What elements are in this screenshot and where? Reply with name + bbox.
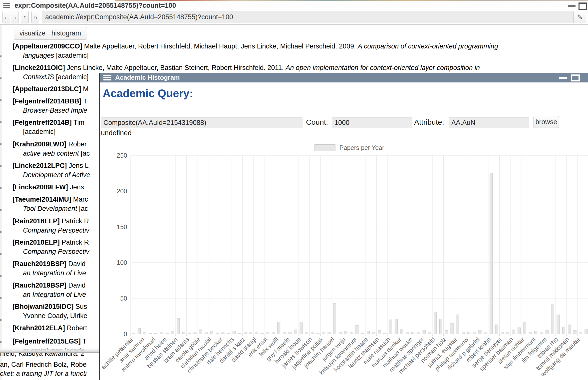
citation-key: [Rein2018ELP] [12, 239, 60, 246]
citation-key: [Felgentreff2014BBB] [12, 97, 81, 105]
histogram-menu-icon[interactable] [103, 75, 111, 81]
main-titlebar: expr:Composite(AA.AuId=2055148755)?count… [0, 1, 588, 10]
bar [551, 304, 554, 334]
bar [216, 333, 219, 334]
attribute-input[interactable]: AA.AuN [449, 117, 529, 128]
paper-title: An open implementation for context-orien… [286, 64, 480, 71]
citation-key: [Lincke2009LFW] [12, 183, 68, 191]
bar [428, 333, 431, 334]
citation-key: [Lincke2012LPC] [12, 162, 67, 169]
bar [579, 333, 582, 334]
histogram-window-title: Academic Histogram [115, 74, 180, 81]
citation-key: [Rein2018ELP] [12, 217, 60, 225]
bar [423, 331, 425, 334]
bar [138, 328, 140, 334]
edit-url-button[interactable]: ✎ [574, 11, 586, 23]
bar [266, 333, 269, 334]
citation-key: [Appeltauer2009CCO] [12, 42, 82, 50]
citation-key: [Krahn2012ELA] [12, 324, 65, 332]
up-button[interactable]: ↑ [21, 11, 29, 23]
bar [412, 332, 414, 334]
bar [501, 332, 504, 334]
maximize-icon[interactable] [579, 2, 587, 10]
bar [395, 319, 397, 334]
bar [367, 331, 370, 334]
bar [238, 333, 241, 334]
bar [316, 333, 319, 334]
action-row: visualize histogram [0, 25, 588, 41]
citation-key: [Felgentreff2014B] [12, 119, 72, 126]
bar [562, 327, 565, 334]
authors-text: Patrick R [60, 239, 89, 246]
paper-entry-line2: languages [academic] [12, 51, 587, 60]
url-input[interactable]: academic://expr:Composite(AA.AuId=205514… [42, 11, 575, 23]
bar [585, 329, 588, 334]
citation-key: [Bhojwani2015IDC] [12, 303, 74, 310]
citation-key: [Lincke2011OIC] [12, 64, 65, 71]
back-button[interactable]: ← [2, 11, 10, 23]
authors-text: T [81, 338, 87, 345]
bar [490, 173, 493, 334]
bar [305, 333, 308, 334]
left-scrollbar[interactable] [0, 25, 2, 380]
bar [535, 331, 537, 334]
histogram-titlebar[interactable]: Academic Histogram [100, 73, 588, 82]
count-input[interactable]: 1000 [332, 117, 412, 128]
authors-text: Malte Appeltauer, Robert Hirschfeld, Mic… [82, 42, 358, 50]
histogram-maximize-icon[interactable] [571, 74, 580, 81]
citation-key: [Felgentreff2015LGS] [12, 338, 81, 345]
paper-entry[interactable]: [Appeltauer2009CCO] Malte Appeltauer, Ro… [12, 42, 587, 60]
bar [462, 333, 465, 334]
bar [350, 333, 353, 334]
list-bottom-fade [0, 347, 100, 353]
bar [227, 333, 230, 334]
paper-title: A comparison of context-oriented program… [358, 42, 498, 50]
bar [289, 332, 291, 334]
authors-text: Robert [65, 324, 87, 332]
citation-key: [Krahn2009LWD] [12, 140, 66, 148]
authors-text: Tim [72, 119, 84, 126]
attribute-label: Attribute: [414, 118, 444, 126]
bar [311, 333, 314, 334]
bar [434, 312, 437, 334]
academic-histogram-window: Academic Histogram Academic Query: Compo… [99, 73, 588, 380]
histogram-minimize-icon[interactable] [559, 77, 567, 79]
bar [171, 331, 174, 334]
window-title: expr:Composite(AA.AuId=2055148755)?count… [14, 2, 176, 9]
bar [574, 331, 576, 334]
browse-button[interactable]: browse [534, 116, 559, 128]
home-button[interactable]: ⌂ [31, 11, 39, 23]
bar [456, 315, 459, 334]
authors-text: David [66, 282, 86, 289]
bar [132, 333, 135, 334]
authors-text: Rober [66, 140, 87, 148]
query-expression-input[interactable]: Composite(AA.AuId=2154319088) [101, 117, 302, 128]
bar [523, 323, 526, 334]
bar [557, 315, 560, 334]
forward-button[interactable]: → [11, 11, 18, 23]
bar [473, 333, 476, 334]
legend-label: Papers per Year [339, 144, 384, 151]
citation-key: [Taeumel2014IMU] [12, 196, 71, 203]
bar [278, 322, 280, 334]
bar [333, 303, 336, 334]
bar [518, 328, 521, 334]
bar [445, 331, 448, 334]
bar [250, 333, 252, 334]
bar [495, 325, 498, 334]
bar [188, 333, 191, 334]
minimize-icon[interactable] [568, 5, 576, 7]
bar [344, 331, 347, 334]
bar [512, 330, 515, 334]
bar [160, 333, 163, 334]
histogram-button[interactable]: histogram [46, 27, 87, 40]
bar [356, 326, 358, 334]
chart-legend[interactable]: Papers per Year [314, 144, 384, 151]
main-menu-icon[interactable] [3, 3, 10, 8]
count-label: Count: [306, 118, 328, 126]
bar [154, 333, 157, 334]
status-text: undefined [101, 129, 132, 137]
bar [484, 332, 487, 334]
bar [406, 333, 409, 334]
bar [540, 333, 543, 334]
